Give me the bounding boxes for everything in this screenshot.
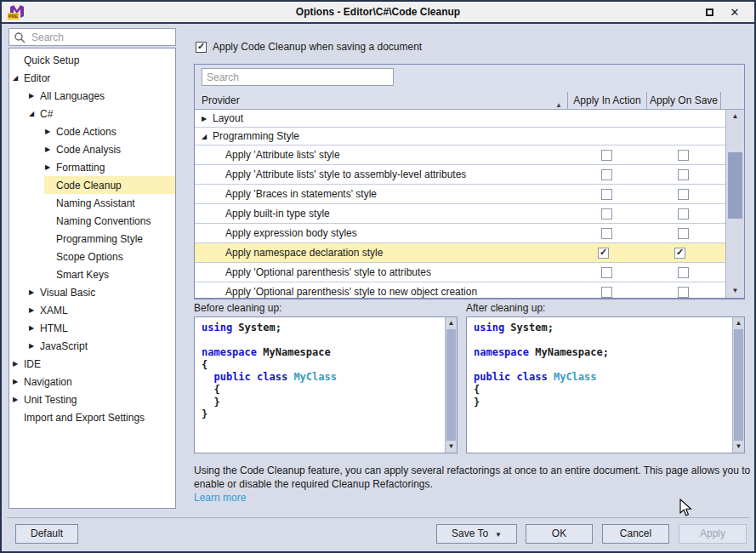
checkbox-checked[interactable]	[598, 248, 609, 259]
sidebar-item-ide[interactable]: ▶IDE	[9, 355, 175, 373]
provider-row-apply-attribute-lists-style[interactable]: Apply 'Attribute lists' style	[195, 145, 744, 165]
checkbox-unchecked[interactable]	[678, 150, 689, 161]
provider-row-apply-optional-parenthesis-style-to-attr[interactable]: Apply 'Optional parenthesis' style to at…	[195, 263, 744, 282]
checkbox-unchecked[interactable]	[678, 228, 689, 239]
scroll-down-icon[interactable]: ▼	[446, 441, 457, 453]
scroll-down-icon[interactable]: ▼	[726, 284, 744, 298]
checkbox-unchecked[interactable]	[601, 267, 612, 278]
sidebar-item-import-and-export-settings[interactable]: Import and Export Settings	[9, 408, 175, 426]
tree-item-body[interactable]: ▶Code Analysis	[44, 140, 175, 158]
sidebar-item-all-languages[interactable]: ▶All Languages	[9, 87, 175, 105]
sidebar-item-naming-assistant[interactable]: Naming Assistant	[9, 194, 175, 212]
tree-item-body[interactable]: ▶Visual Basic	[28, 283, 175, 301]
tree-collapsed-icon[interactable]: ▶	[28, 306, 40, 314]
tree-item-body[interactable]: ▶IDE	[12, 355, 175, 373]
checkbox-unchecked[interactable]	[601, 189, 612, 200]
tree-item-body[interactable]: ▶Unit Testing	[12, 391, 175, 408]
group-collapsed-icon[interactable]: ▶	[202, 115, 213, 123]
provider-row-apply-attribute-lists-style-to-assembly-[interactable]: Apply 'Attribute lists' style to assembl…	[195, 165, 744, 185]
apply-code-cleanup-checkbox[interactable]	[196, 42, 207, 53]
sidebar-item-smart-keys[interactable]: Smart Keys	[9, 265, 175, 283]
scrollbar-thumb[interactable]	[734, 329, 743, 441]
sidebar-item-visual-basic[interactable]: ▶Visual Basic	[9, 283, 175, 301]
tree-item-body[interactable]: Code Cleanup	[44, 176, 175, 194]
tree-item-body[interactable]: ▶Code Actions	[44, 123, 175, 140]
tree-collapsed-icon[interactable]: ▶	[44, 128, 56, 135]
checkbox-unchecked[interactable]	[678, 169, 689, 180]
tree-item-body[interactable]: ▶All Languages	[28, 87, 175, 105]
sidebar-item-code-cleanup[interactable]: Code Cleanup	[9, 176, 175, 194]
group-expanded-icon[interactable]: ◢	[202, 133, 213, 140]
sidebar-item-quick-setup[interactable]: Quick Setup	[9, 51, 175, 69]
sidebar-item-formatting[interactable]: ▶Formatting	[9, 158, 175, 176]
sidebar-item-editor[interactable]: ◢Editor	[9, 69, 175, 87]
provider-scrollbar[interactable]: ▲ ▼	[725, 110, 744, 298]
default-button[interactable]: Default	[15, 524, 78, 544]
provider-row-apply-optional-parenthesis-style-to-new-[interactable]: Apply 'Optional parenthesis' style to ne…	[195, 282, 744, 298]
tree-collapsed-icon[interactable]: ▶	[28, 92, 40, 100]
column-header-apply-on-save[interactable]: Apply On Save	[646, 92, 720, 109]
scrollbar-thumb[interactable]	[728, 152, 742, 219]
scrollbar-thumb[interactable]	[446, 329, 456, 441]
tree-item-body[interactable]: Import and Export Settings	[12, 408, 175, 426]
sidebar-item-unit-testing[interactable]: ▶Unit Testing	[9, 391, 175, 408]
tree-item-body[interactable]: Scope Options	[44, 248, 175, 265]
checkbox-unchecked[interactable]	[601, 169, 612, 180]
sidebar-item-scope-options[interactable]: Scope Options	[9, 248, 175, 265]
tree-collapsed-icon[interactable]: ▶	[44, 163, 56, 171]
apply-button[interactable]: Apply	[679, 524, 747, 544]
tree-item-body[interactable]: Naming Conventions	[44, 212, 175, 230]
tree-item-body[interactable]: Naming Assistant	[44, 194, 175, 212]
close-button[interactable]: ✕	[727, 5, 742, 20]
tree-item-body[interactable]: ▶Formatting	[44, 158, 175, 176]
scroll-up-icon[interactable]: ▲	[446, 317, 457, 329]
tree-item-body[interactable]: ◢Editor	[12, 69, 175, 87]
scroll-up-icon[interactable]: ▲	[726, 110, 744, 123]
provider-group-layout[interactable]: ▶Layout	[195, 110, 744, 128]
sidebar-item-html[interactable]: ▶HTML	[9, 319, 175, 337]
scroll-down-icon[interactable]: ▼	[733, 441, 744, 453]
sidebar-item-code-actions[interactable]: ▶Code Actions	[9, 123, 175, 140]
before-code-scrollbar[interactable]: ▲ ▼	[445, 317, 457, 453]
tree-item-body[interactable]: ▶Navigation	[12, 373, 175, 391]
sidebar-item-code-analysis[interactable]: ▶Code Analysis	[9, 140, 175, 158]
provider-row-apply-braces-in-statements-style[interactable]: Apply 'Braces in statements' style	[195, 185, 744, 204]
tree-expanded-icon[interactable]: ◢	[12, 74, 24, 82]
checkbox-unchecked[interactable]	[678, 267, 689, 278]
sidebar-item-programming-style[interactable]: Programming Style	[9, 230, 175, 248]
tree-collapsed-icon[interactable]: ▶	[28, 324, 40, 332]
ok-button[interactable]: OK	[526, 524, 593, 544]
checkbox-unchecked[interactable]	[601, 150, 612, 161]
after-code-scrollbar[interactable]: ▲ ▼	[732, 317, 744, 453]
sidebar-item-xaml[interactable]: ▶XAML	[9, 301, 175, 319]
sidebar-item-naming-conventions[interactable]: Naming Conventions	[9, 212, 175, 230]
tree-item-body[interactable]: ▶HTML	[28, 319, 175, 337]
checkbox-unchecked[interactable]	[678, 189, 689, 200]
tree-item-body[interactable]: ▶JavaScript	[28, 337, 175, 355]
tree-item-body[interactable]: Smart Keys	[44, 265, 175, 283]
tree-collapsed-icon[interactable]: ▶	[44, 145, 56, 153]
maximize-button[interactable]	[702, 5, 717, 20]
provider-search-input[interactable]	[207, 69, 391, 85]
tree-collapsed-icon[interactable]: ▶	[12, 360, 24, 368]
provider-row-apply-namespace-declaration-style[interactable]: Apply namespace declaration style	[195, 243, 741, 263]
learn-more-link[interactable]: Learn more	[194, 492, 246, 504]
tree-collapsed-icon[interactable]: ▶	[12, 396, 24, 403]
provider-row-apply-built-in-type-style[interactable]: Apply built-in type style	[195, 204, 744, 224]
checkbox-unchecked[interactable]	[678, 287, 689, 298]
tree-collapsed-icon[interactable]: ▶	[28, 288, 40, 296]
column-header-provider[interactable]: Provider ▲	[195, 92, 567, 109]
tree-collapsed-icon[interactable]: ▶	[12, 378, 24, 385]
checkbox-unchecked[interactable]	[601, 208, 612, 219]
checkbox-unchecked[interactable]	[601, 228, 612, 239]
checkbox-unchecked[interactable]	[678, 208, 689, 219]
tree-item-body[interactable]: ▶XAML	[28, 301, 175, 319]
tree-item-body[interactable]: ◢C#	[28, 105, 175, 123]
sidebar-item-c-[interactable]: ◢C#	[9, 105, 175, 123]
tree-collapsed-icon[interactable]: ▶	[28, 342, 40, 350]
scroll-up-icon[interactable]: ▲	[733, 317, 744, 329]
tree-expanded-icon[interactable]: ◢	[28, 110, 40, 117]
checkbox-unchecked[interactable]	[601, 287, 612, 298]
cancel-button[interactable]: Cancel	[602, 524, 669, 544]
tree-item-body[interactable]: Programming Style	[44, 230, 175, 248]
